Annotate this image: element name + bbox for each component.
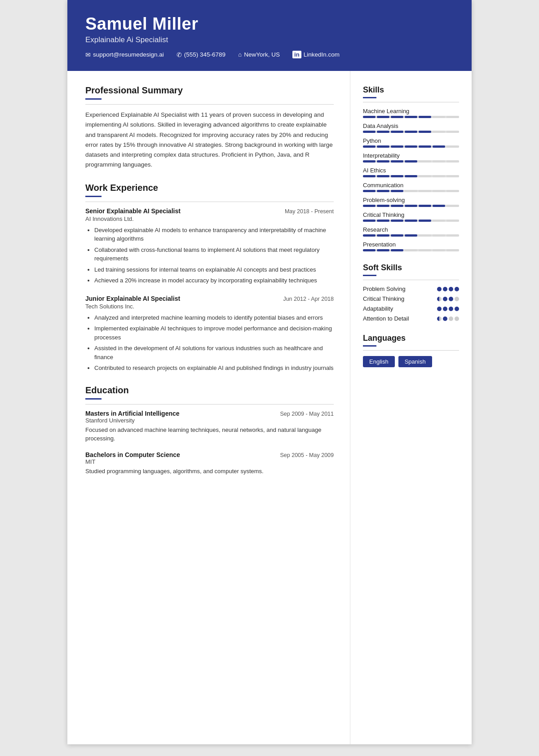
skill-bar-segment-1-3 xyxy=(405,131,417,133)
skill-bar-segment-4-3 xyxy=(405,175,417,177)
soft-skill-dot-3-2 xyxy=(449,316,453,321)
skills-divider xyxy=(363,102,459,102)
skill-bar-segment-7-5 xyxy=(433,220,445,222)
skill-bar-segment-2-5 xyxy=(433,145,445,148)
job-2-bullets: Analyzed and interpreted machine learnin… xyxy=(85,313,334,373)
left-column: Professional Summary Experienced Explain… xyxy=(67,71,350,744)
skill-item-6: Problem-solving xyxy=(363,197,459,207)
skill-bar-segment-8-0 xyxy=(363,234,376,237)
edu-2-header: Bachelors in Computer Science Sep 2005 -… xyxy=(85,451,334,458)
job-1-bullet-1: Developed explainable AI models to enhan… xyxy=(94,226,334,243)
skill-name-9: Presentation xyxy=(363,241,459,248)
skill-item-7: Critical Thinking xyxy=(363,211,459,222)
job-1-header: Senior Explainable AI Specialist May 201… xyxy=(85,207,334,215)
skill-name-2: Python xyxy=(363,137,459,144)
education-divider xyxy=(85,404,334,404)
skill-bar-segment-3-4 xyxy=(419,160,431,163)
skill-bar-segment-2-3 xyxy=(405,145,417,148)
skill-item-8: Research xyxy=(363,226,459,237)
skill-bar-segment-8-3 xyxy=(405,234,417,237)
skill-bar-segment-4-2 xyxy=(391,175,403,177)
skill-bar-segment-9-6 xyxy=(446,249,459,251)
skill-bar-segment-4-1 xyxy=(377,175,389,177)
edu-1-degree: Masters in Artificial Intelligence xyxy=(85,410,180,417)
job-2-company: Tech Solutions Inc. xyxy=(85,303,334,310)
skill-bar-0 xyxy=(363,116,459,118)
skill-bar-segment-2-0 xyxy=(363,145,376,148)
skill-bar-segment-5-0 xyxy=(363,190,376,192)
skill-bar-segment-2-6 xyxy=(446,145,459,148)
skill-bar-segment-5-5 xyxy=(433,190,445,192)
skill-bar-segment-3-3 xyxy=(405,160,417,163)
skill-bar-segment-4-4 xyxy=(419,175,431,177)
languages-underline xyxy=(363,345,376,347)
languages-section: Languages English Spanish xyxy=(363,334,459,367)
skill-bar-segment-5-1 xyxy=(377,190,389,192)
edu-1-dates: Sep 2009 - May 2011 xyxy=(280,411,334,417)
soft-skill-dot-3-3 xyxy=(455,316,459,321)
soft-skill-name-2: Adaptability xyxy=(363,305,393,312)
language-tags: English Spanish xyxy=(363,356,459,367)
contact-linkedin: in LinkedIn.com xyxy=(292,51,340,58)
job-2: Junior Explainable AI Specialist Jun 201… xyxy=(85,295,334,373)
soft-skill-dots-0 xyxy=(437,287,459,291)
skill-name-3: Interpretability xyxy=(363,152,459,159)
skill-bar-segment-9-4 xyxy=(419,249,431,251)
skill-bar-5 xyxy=(363,190,459,192)
job-2-header: Junior Explainable AI Specialist Jun 201… xyxy=(85,295,334,302)
soft-skill-dot-1-3 xyxy=(455,297,459,301)
skill-bar-segment-5-4 xyxy=(419,190,431,192)
job-1-company: AI Innovations Ltd. xyxy=(85,215,334,222)
phone-icon: ✆ xyxy=(177,51,182,58)
skill-bar-9 xyxy=(363,249,459,251)
skill-name-1: Data Analysis xyxy=(363,123,459,129)
work-experience-divider xyxy=(85,202,334,202)
skill-bar-segment-0-6 xyxy=(446,116,459,118)
summary-underline xyxy=(85,98,102,100)
candidate-title: Explainable Ai Specialist xyxy=(85,35,454,44)
edu-2: Bachelors in Computer Science Sep 2005 -… xyxy=(85,451,334,476)
job-2-bullet-2: Implemented explainable AI techniques to… xyxy=(94,324,334,342)
contact-location: ⌂ NewYork, US xyxy=(238,51,280,58)
skill-bar-segment-8-6 xyxy=(446,234,459,237)
skill-bar-segment-7-0 xyxy=(363,220,376,222)
job-1-title: Senior Explainable AI Specialist xyxy=(85,207,181,215)
soft-skill-dot-2-1 xyxy=(443,307,447,311)
skill-bar-segment-3-6 xyxy=(446,160,459,163)
summary-divider xyxy=(85,104,334,105)
soft-skill-dots-1 xyxy=(437,297,459,301)
skill-bar-segment-3-0 xyxy=(363,160,376,163)
skill-bar-segment-7-1 xyxy=(377,220,389,222)
candidate-name: Samuel Miller xyxy=(85,14,454,34)
contact-bar: ✉ support@resumedesign.ai ✆ (555) 345-67… xyxy=(85,51,454,58)
skill-bar-segment-0-3 xyxy=(405,116,417,118)
skill-item-3: Interpretability xyxy=(363,152,459,163)
soft-skill-dot-0-1 xyxy=(443,287,447,291)
linkedin-icon: in xyxy=(292,51,301,58)
soft-skill-dot-2-0 xyxy=(437,307,442,311)
education-section: Education Masters in Artificial Intellig… xyxy=(85,385,334,476)
skill-name-0: Machine Learning xyxy=(363,108,459,114)
soft-skill-3: Attention to Detail xyxy=(363,315,459,322)
skill-bar-segment-4-5 xyxy=(433,175,445,177)
lang-spanish: Spanish xyxy=(398,356,432,367)
contact-email: ✉ support@resumedesign.ai xyxy=(85,51,164,58)
soft-skill-name-1: Critical Thinking xyxy=(363,295,404,302)
soft-skills-underline xyxy=(363,275,376,276)
skills-underline xyxy=(363,97,376,98)
right-column: Skills Machine LearningData AnalysisPyth… xyxy=(350,71,472,744)
work-experience-underline xyxy=(85,196,102,197)
soft-skill-2: Adaptability xyxy=(363,305,459,312)
edu-2-school: MIT xyxy=(85,458,334,465)
skill-bar-segment-3-2 xyxy=(391,160,403,163)
soft-skill-1: Critical Thinking xyxy=(363,295,459,302)
education-title: Education xyxy=(85,385,334,396)
skill-name-8: Research xyxy=(363,226,459,233)
skill-bar-segment-8-1 xyxy=(377,234,389,237)
skill-bar-segment-6-0 xyxy=(363,205,376,207)
skill-bar-segment-3-5 xyxy=(433,160,445,163)
skill-bar-segment-2-1 xyxy=(377,145,389,148)
skill-item-4: AI Ethics xyxy=(363,167,459,177)
skill-bar-segment-9-2 xyxy=(391,249,403,251)
soft-skill-dot-3-0 xyxy=(437,316,442,321)
